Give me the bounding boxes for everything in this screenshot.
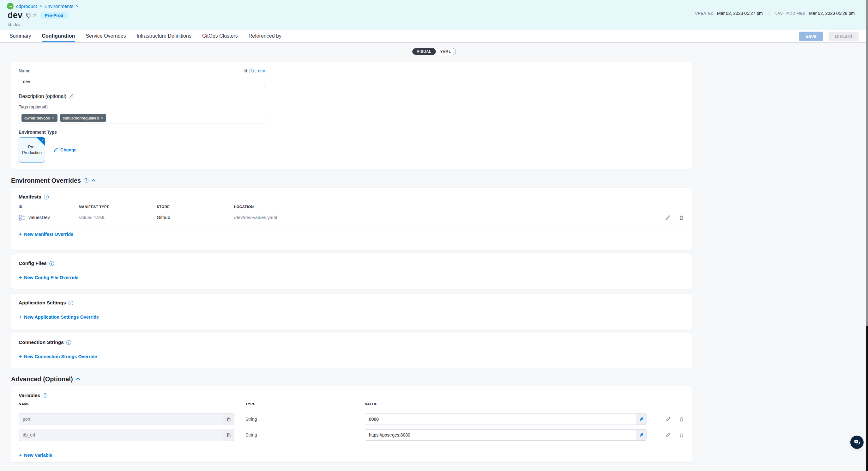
edit-variable-icon[interactable] <box>665 417 671 422</box>
collapse-chevron-icon[interactable] <box>91 179 96 182</box>
values-manifest-icon <box>19 214 25 221</box>
manifest-store: Github <box>157 215 234 220</box>
tab-configuration[interactable]: Configuration <box>42 30 75 42</box>
connection-strings-card: Connection Strings i + New Connection St… <box>11 333 692 369</box>
col-header-name: NAME <box>19 402 245 406</box>
delete-manifest-icon[interactable] <box>679 215 684 220</box>
env-type-badge: Pre-Prod <box>40 12 68 19</box>
breadcrumb-environments-link[interactable]: Environments <box>44 3 73 9</box>
tag-chip: status:nonregulated × <box>60 114 106 122</box>
delete-variable-icon[interactable] <box>679 417 684 422</box>
manifests-card: Manifests i ID MANIFEST TYPE STORE LOCAT… <box>11 188 692 250</box>
discard-button[interactable]: Discard <box>829 32 859 41</box>
chat-question-icon: ? <box>854 439 861 446</box>
copy-icon[interactable] <box>223 413 234 425</box>
collapse-chevron-icon[interactable] <box>76 377 80 381</box>
variables-info-icon[interactable]: i <box>43 393 48 398</box>
check-icon: ✓ <box>41 138 44 143</box>
breadcrumb-project-link[interactable]: cdproduct <box>16 3 37 9</box>
tab-gitops-clusters[interactable]: GitOps Clusters <box>202 30 238 42</box>
tab-infrastructure-definitions[interactable]: Infrastructure Definitions <box>136 30 191 42</box>
tab-summary[interactable]: Summary <box>9 30 31 42</box>
new-config-file-override-link[interactable]: + New Config File Override <box>19 274 684 281</box>
connection-strings-title: Connection Strings <box>19 340 64 345</box>
new-variable-link[interactable]: + New Variable <box>19 452 684 458</box>
page-scrollbar[interactable] <box>866 0 868 471</box>
new-variable-label: New Variable <box>24 453 52 458</box>
application-settings-info-icon[interactable]: i <box>68 301 73 305</box>
tag-chip-label: status:nonregulated <box>63 116 99 120</box>
connection-strings-info-icon[interactable]: i <box>66 340 71 345</box>
tags-label: Tags (optional) <box>19 104 684 109</box>
change-env-type-link[interactable]: Change <box>53 147 76 152</box>
created-value: Mar 02, 2023 05:27 pm <box>717 11 763 16</box>
plus-icon: + <box>19 452 22 458</box>
visual-yaml-toggle: VISUAL YAML <box>412 48 456 55</box>
variable-name-input[interactable] <box>19 429 223 441</box>
plus-icon: + <box>19 274 22 281</box>
environment-overrides-heading: Environment Overrides <box>11 177 81 184</box>
tab-service-overrides[interactable]: Service Overrides <box>86 30 126 42</box>
tag-count: 2 <box>33 13 36 18</box>
cd-module-icon: ∞ <box>7 3 13 9</box>
infinity-glyph: ∞ <box>9 4 12 9</box>
modified-value: Mar 02, 2023 05:28 pm <box>809 11 855 16</box>
config-files-card: Config Files i + New Config File Overrid… <box>11 254 692 289</box>
id-colon: : <box>255 68 256 73</box>
tags-input[interactable]: owner:devops × status:nonregulated × <box>19 112 265 124</box>
audit-meta: CREATED: Mar 02, 2023 05:27 pm | LAST MO… <box>695 10 855 16</box>
meta-divider: | <box>769 10 770 16</box>
pin-input-type-icon[interactable] <box>636 414 647 424</box>
col-header-value: VALUE <box>365 402 654 406</box>
manifests-info-icon[interactable]: i <box>44 195 49 200</box>
manifests-title: Manifests <box>19 194 41 200</box>
tab-referenced-by[interactable]: Referenced by <box>249 30 281 42</box>
name-input[interactable] <box>19 76 265 87</box>
edit-variable-icon[interactable] <box>665 433 671 438</box>
save-button[interactable]: Save <box>799 32 823 41</box>
id-prefix: Id <box>244 68 247 73</box>
variable-name-input[interactable] <box>19 413 223 425</box>
tag-chip: owner:devops × <box>22 114 58 122</box>
created-label: CREATED: <box>695 11 715 15</box>
toggle-visual[interactable]: VISUAL <box>412 48 436 55</box>
new-connection-strings-override-link[interactable]: + New Connection Strings Override <box>19 353 684 360</box>
remove-tag-icon[interactable]: × <box>52 116 55 120</box>
copy-icon[interactable] <box>223 429 234 441</box>
application-settings-title: Application Settings <box>19 300 66 306</box>
main-content: VISUAL YAML Name Id i : dev Description … <box>0 43 868 471</box>
delete-variable-icon[interactable] <box>679 433 684 438</box>
id-info-icon[interactable]: i <box>249 68 254 73</box>
environment-overrides-info-icon[interactable]: i <box>84 178 88 183</box>
scrollbar-thumb[interactable] <box>866 0 868 326</box>
svg-text:?: ? <box>856 440 857 443</box>
new-application-settings-override-link[interactable]: + New Application Settings Override <box>19 314 684 320</box>
help-chat-button[interactable]: ? <box>850 436 864 449</box>
remove-tag-icon[interactable]: × <box>101 116 103 120</box>
variable-value-input[interactable] <box>365 430 636 440</box>
config-files-info-icon[interactable]: i <box>49 261 54 266</box>
env-type-card-preproduction[interactable]: Pre-Production ✓ <box>19 137 45 163</box>
plus-icon: + <box>19 353 22 360</box>
page-title: dev <box>7 10 23 20</box>
col-header-location: LOCATION <box>234 205 654 209</box>
new-manifest-override-label: New Manifest Override <box>24 232 73 237</box>
id-value-link[interactable]: dev <box>258 68 265 73</box>
edit-description-icon[interactable] <box>69 94 74 99</box>
plus-icon: + <box>19 314 22 320</box>
pin-input-type-icon[interactable] <box>636 430 647 440</box>
manifest-row[interactable]: valuesDev Values YAML Github /dev/dev-va… <box>19 210 684 225</box>
manifest-id: valuesDev <box>28 215 50 220</box>
variable-value-input[interactable] <box>365 414 636 424</box>
new-config-file-override-label: New Config File Override <box>24 275 78 280</box>
manifest-type: Values YAML <box>79 215 157 220</box>
toggle-yaml[interactable]: YAML <box>436 48 456 55</box>
new-manifest-override-link[interactable]: + New Manifest Override <box>19 231 684 237</box>
change-label: Change <box>60 147 76 152</box>
variable-row: String <box>19 413 684 425</box>
config-files-title: Config Files <box>19 261 47 266</box>
edit-manifest-icon[interactable] <box>665 215 671 220</box>
page-header: ∞ cdproduct > Environments > dev 2 Pre-P… <box>0 0 868 30</box>
application-settings-card: Application Settings i + New Application… <box>11 294 692 330</box>
col-header-store: STORE <box>157 205 234 209</box>
